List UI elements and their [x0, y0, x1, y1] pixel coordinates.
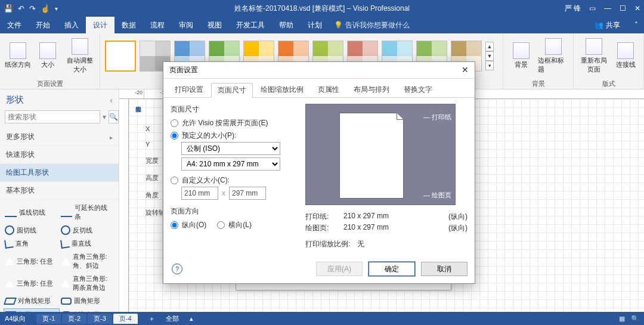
tab-计划[interactable]: 计划: [301, 17, 329, 33]
window-title: 姓名标签-20170418.vsd [兼容模式] – Visio Profess…: [234, 4, 410, 14]
share-button[interactable]: 👥 共享: [595, 17, 620, 33]
page-setup-group-label: 页面设置: [0, 78, 100, 89]
orientation-button[interactable]: 纸张方向: [5, 42, 31, 69]
redo-icon[interactable]: ↷: [29, 4, 36, 13]
add-page-icon[interactable]: ＋: [148, 314, 155, 323]
close-icon: ✕: [462, 65, 469, 75]
page-tab[interactable]: 页-3: [88, 314, 112, 324]
shape-item[interactable]: 弧线切线: [4, 202, 60, 222]
zoom-icon[interactable]: 🔍: [631, 315, 639, 323]
qat-more-icon[interactable]: ▾: [55, 5, 58, 12]
minimize-icon[interactable]: —: [604, 4, 611, 13]
shapes-collapse-icon[interactable]: [110, 95, 113, 105]
dialog-tab[interactable]: 替换文字: [397, 82, 439, 97]
size-button[interactable]: 大小: [35, 42, 61, 69]
tab-视图[interactable]: 视图: [200, 17, 229, 33]
user-name[interactable]: 严 锋: [565, 4, 581, 14]
shape-item[interactable]: 圆角矩形: [60, 295, 116, 307]
shape-item[interactable]: 可延长的线条: [60, 202, 116, 222]
all-pages[interactable]: 全部: [166, 314, 179, 323]
radio-portrait[interactable]: 纵向(O): [171, 219, 206, 231]
radio-predefined[interactable]: 预定义的大小(P):: [171, 129, 296, 142]
gallery-up-icon[interactable]: ▲: [485, 42, 494, 51]
shape-item[interactable]: 对角线矩形: [4, 295, 60, 307]
dialog-tab[interactable]: 打印设置: [168, 82, 210, 97]
dialog-tab[interactable]: 绘图缩放比例: [254, 82, 310, 97]
shape-category[interactable]: 基本形状: [0, 182, 119, 200]
ribbon-tabs: 文件开始插入设计数据流程审阅视图开发工具帮助计划 💡 告诉我你想要做什么 👥 共…: [0, 17, 644, 33]
shape-item[interactable]: 三角形: 任意: [4, 273, 60, 293]
touch-icon[interactable]: ☝: [41, 4, 50, 13]
cancel-button[interactable]: 取消: [421, 262, 467, 276]
shape-item[interactable]: 垂直线: [60, 238, 116, 249]
relayout-icon: [586, 38, 602, 55]
tab-数据[interactable]: 数据: [114, 17, 143, 33]
save-icon[interactable]: 💾: [4, 4, 13, 13]
search-go-button[interactable]: 🔍: [109, 110, 119, 123]
search-shapes-input[interactable]: [5, 110, 100, 123]
shape-item[interactable]: 反切线: [60, 224, 116, 236]
shape-category[interactable]: 快速形状: [0, 146, 119, 164]
shape-icon: [60, 239, 70, 249]
dialog-tab[interactable]: 页属性: [311, 82, 346, 97]
help-icon[interactable]: ?: [172, 264, 182, 274]
undo-icon[interactable]: ↶: [18, 4, 24, 13]
shape-item[interactable]: 三角形: 任意: [4, 251, 60, 271]
apply-button[interactable]: 应用(A): [316, 262, 363, 276]
page-tab[interactable]: 页-4: [113, 314, 138, 324]
shape-item[interactable]: 矩形: [4, 308, 60, 312]
autosize-button[interactable]: 自动调整大小: [64, 38, 95, 74]
dialog-tab[interactable]: 布局与排列: [347, 82, 396, 97]
shape-icon: [61, 225, 70, 235]
collapse-ribbon-icon[interactable]: ˄: [634, 17, 638, 33]
tab-开发工具[interactable]: 开发工具: [229, 17, 272, 33]
connector-button[interactable]: 连接线: [612, 42, 639, 69]
metric-select[interactable]: 公制 (ISO): [181, 142, 280, 155]
tab-设计[interactable]: 设计: [86, 17, 114, 33]
tab-开始[interactable]: 开始: [29, 17, 57, 33]
shape-icon: [4, 239, 14, 249]
tabs-more-icon[interactable]: ▴: [190, 315, 193, 323]
tab-插入[interactable]: 插入: [57, 17, 86, 33]
custom-width-input[interactable]: [181, 187, 218, 200]
paper-select[interactable]: A4: 210 mm x 297 mm: [181, 157, 280, 171]
shape-item[interactable]: 直角三角形: 两条直角边: [60, 273, 116, 293]
background-button[interactable]: 背景: [508, 42, 534, 69]
gallery-more-icon[interactable]: ▾: [485, 61, 494, 70]
ok-button[interactable]: 确定: [369, 262, 415, 276]
maximize-icon[interactable]: ☐: [620, 4, 626, 13]
view-icon[interactable]: ▦: [619, 315, 625, 323]
shape-item[interactable]: 圆切线: [4, 224, 60, 236]
page-tab[interactable]: 页-1: [36, 314, 61, 324]
shape-item[interactable]: 斜切矩形: [60, 308, 116, 312]
shape-category[interactable]: 更多形状: [0, 128, 119, 146]
tell-me-placeholder: 告诉我你想要做什么: [345, 20, 410, 30]
radio-custom[interactable]: 自定义大小(C):: [171, 174, 296, 187]
title-bar: 💾 ↶ ↷ ☝ ▾ 姓名标签-20170418.vsd [兼容模式] – Vis…: [0, 0, 644, 17]
shape-category[interactable]: 绘图工具形状: [0, 164, 119, 182]
window-options-icon[interactable]: ▭: [589, 4, 596, 13]
orientation-icon: [10, 42, 26, 59]
close-window-icon[interactable]: ✕: [634, 4, 640, 13]
page-tabs: 页-1页-2页-3页-4: [36, 314, 137, 324]
tell-me-search[interactable]: 💡 告诉我你想要做什么: [334, 17, 410, 33]
custom-height-input[interactable]: [229, 187, 266, 200]
shape-item[interactable]: 直角三角形: 角、斜边: [60, 251, 116, 271]
radio-landscape[interactable]: 横向(L): [217, 219, 252, 231]
dialog-tab[interactable]: 页面尺寸: [211, 83, 253, 98]
tab-流程[interactable]: 流程: [143, 17, 172, 33]
shape-icon: [61, 258, 70, 265]
dialog-close-button[interactable]: ✕: [458, 63, 472, 76]
dropdown-icon[interactable]: ▾: [103, 113, 106, 121]
shape-item[interactable]: 直角: [4, 238, 60, 249]
tab-文件[interactable]: 文件: [0, 17, 29, 33]
page-tab[interactable]: 页-2: [62, 314, 86, 324]
shapes-title: 形状: [6, 94, 24, 106]
tab-审阅[interactable]: 审阅: [172, 17, 200, 33]
border-title-button[interactable]: 边框和标题: [538, 38, 568, 74]
theme-thumb[interactable]: [105, 41, 136, 72]
tab-帮助[interactable]: 帮助: [272, 17, 301, 33]
gallery-down-icon[interactable]: ▼: [485, 51, 494, 61]
relayout-button[interactable]: 重新布局页面: [578, 38, 609, 74]
radio-visio-expand[interactable]: 允许 Visio 按需展开页面(E): [171, 117, 296, 129]
